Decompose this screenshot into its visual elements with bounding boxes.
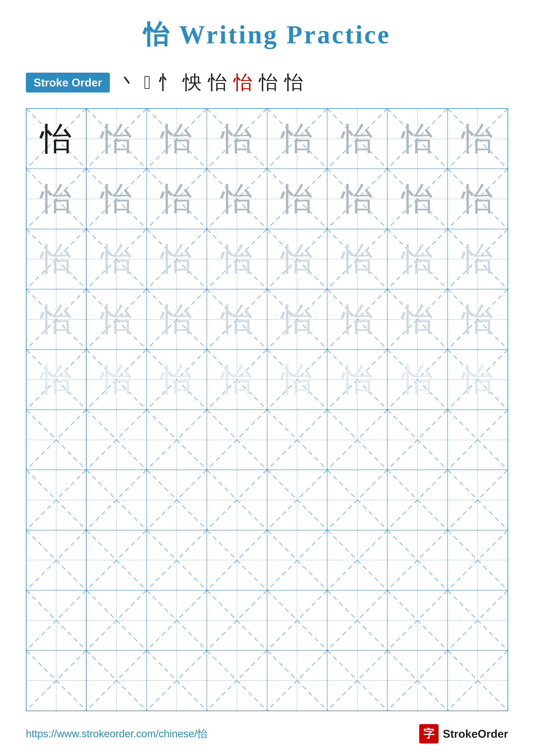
- svg-line-92: [388, 410, 447, 470]
- title-text: Writing Practice: [171, 20, 391, 49]
- char-r5c7: 怡: [401, 364, 433, 395]
- stroke-step-1: 丶: [118, 69, 138, 95]
- grid-cell-r6c3[interactable]: [147, 410, 207, 470]
- char-r3c8: 怡: [462, 243, 494, 275]
- grid-cell-r10c6[interactable]: [327, 650, 387, 711]
- svg-line-158: [448, 651, 507, 710]
- grid-cell-r3c3: 怡: [147, 229, 207, 289]
- grid-cell-r9c7[interactable]: [387, 590, 447, 650]
- grid-cell-r7c2[interactable]: [87, 470, 146, 530]
- grid-cell-r7c8[interactable]: [447, 470, 508, 530]
- grid-cell-r5c1: 怡: [26, 350, 87, 410]
- svg-line-115: [87, 530, 146, 590]
- grid-cell-r8c2[interactable]: [87, 530, 146, 590]
- grid-cell-r7c1[interactable]: [26, 470, 87, 530]
- char-r5c2: 怡: [101, 364, 133, 395]
- char-r1c7: 怡: [401, 123, 433, 155]
- grid-cell-r9c2[interactable]: [87, 590, 146, 650]
- grid-cell-r1c7: 怡: [387, 109, 447, 169]
- svg-line-113: [27, 530, 86, 590]
- grid-cell-r3c5: 怡: [267, 229, 327, 289]
- grid-cell-r10c5[interactable]: [267, 650, 327, 711]
- grid-cell-r8c5[interactable]: [267, 530, 327, 590]
- grid-cell-r8c6[interactable]: [327, 530, 387, 590]
- char-r1c4: 怡: [221, 123, 253, 155]
- svg-line-104: [267, 470, 327, 530]
- svg-line-86: [207, 410, 267, 470]
- char-r4c7: 怡: [401, 304, 433, 335]
- grid-cell-r8c7[interactable]: [387, 530, 447, 590]
- svg-line-101: [147, 470, 207, 530]
- svg-line-90: [327, 410, 387, 470]
- char-r2c7: 怡: [401, 183, 433, 215]
- page-title: 怡 Writing Practice: [143, 17, 391, 52]
- svg-line-109: [388, 470, 447, 530]
- grid-cell-r4c6: 怡: [327, 289, 387, 349]
- footer-logo: 字 StrokeOrder: [419, 724, 508, 743]
- grid-cell-r7c6[interactable]: [327, 470, 387, 530]
- grid-cell-r1c8: 怡: [447, 109, 508, 169]
- grid-cell-r6c6[interactable]: [327, 410, 387, 470]
- svg-line-82: [87, 410, 146, 470]
- char-r5c3: 怡: [161, 364, 192, 395]
- svg-line-97: [27, 470, 86, 530]
- grid-cell-r2c5: 怡: [267, 169, 327, 229]
- grid-cell-r9c3[interactable]: [147, 590, 207, 650]
- stroke-step-3: 忄: [157, 69, 176, 95]
- svg-line-132: [147, 590, 207, 650]
- grid-cell-r8c1[interactable]: [26, 530, 87, 590]
- grid-cell-r10c1[interactable]: [26, 650, 87, 711]
- char-r1c1: 怡: [40, 123, 72, 155]
- svg-line-142: [448, 590, 507, 650]
- grid-cell-r9c1[interactable]: [26, 590, 87, 650]
- grid-cell-r7c3[interactable]: [147, 470, 207, 530]
- svg-line-107: [327, 470, 387, 530]
- char-r4c1: 怡: [40, 304, 72, 335]
- grid-cell-r6c7[interactable]: [387, 410, 447, 470]
- grid-cell-r9c4[interactable]: [207, 590, 267, 650]
- grid-cell-r10c7[interactable]: [387, 650, 447, 711]
- svg-line-87: [207, 410, 267, 470]
- grid-cell-r4c2: 怡: [87, 289, 146, 349]
- svg-line-148: [147, 651, 207, 710]
- char-r1c5: 怡: [281, 123, 313, 155]
- grid-cell-r6c4[interactable]: [207, 410, 267, 470]
- grid-cell-r9c8[interactable]: [447, 590, 508, 650]
- char-r5c5: 怡: [281, 364, 313, 395]
- grid-cell-r5c3: 怡: [147, 350, 207, 410]
- char-r5c4: 怡: [221, 364, 253, 395]
- grid-cell-r8c8[interactable]: [447, 530, 508, 590]
- svg-line-151: [207, 651, 267, 710]
- grid-cell-r10c2[interactable]: [87, 650, 146, 711]
- grid-cell-r2c6: 怡: [327, 169, 387, 229]
- grid-cell-r6c5[interactable]: [267, 410, 327, 470]
- grid-cell-r8c4[interactable]: [207, 530, 267, 590]
- char-r1c6: 怡: [342, 123, 373, 155]
- char-r4c3: 怡: [161, 304, 192, 335]
- grid-cell-r6c8[interactable]: [447, 410, 508, 470]
- svg-line-133: [147, 590, 207, 650]
- char-r3c1: 怡: [40, 243, 72, 275]
- footer-url-link[interactable]: https://www.strokeorder.com/chinese/怡: [26, 727, 207, 741]
- grid-cell-r7c4[interactable]: [207, 470, 267, 530]
- grid-cell-r9c5[interactable]: [267, 590, 327, 650]
- grid-cell-r7c5[interactable]: [267, 470, 327, 530]
- svg-line-106: [327, 470, 387, 530]
- stroke-step-7: 怡: [259, 69, 278, 95]
- svg-line-111: [448, 470, 507, 530]
- grid-cell-r10c8[interactable]: [447, 650, 508, 711]
- grid-cell-r10c4[interactable]: [207, 650, 267, 711]
- svg-line-137: [267, 590, 327, 650]
- grid-cell-r3c8: 怡: [447, 229, 508, 289]
- grid-cell-r9c6[interactable]: [327, 590, 387, 650]
- grid-cell-r8c3[interactable]: [147, 530, 207, 590]
- grid-cell-r6c1[interactable]: [26, 410, 87, 470]
- grid-cell-r5c5: 怡: [267, 350, 327, 410]
- char-r3c3: 怡: [161, 243, 192, 275]
- char-r2c8: 怡: [462, 183, 494, 215]
- grid-cell-r10c3[interactable]: [147, 650, 207, 711]
- title-char: 怡: [143, 20, 171, 49]
- grid-cell-r7c7[interactable]: [387, 470, 447, 530]
- grid-cell-r6c2[interactable]: [87, 410, 146, 470]
- stroke-step-8: 怡: [284, 69, 303, 95]
